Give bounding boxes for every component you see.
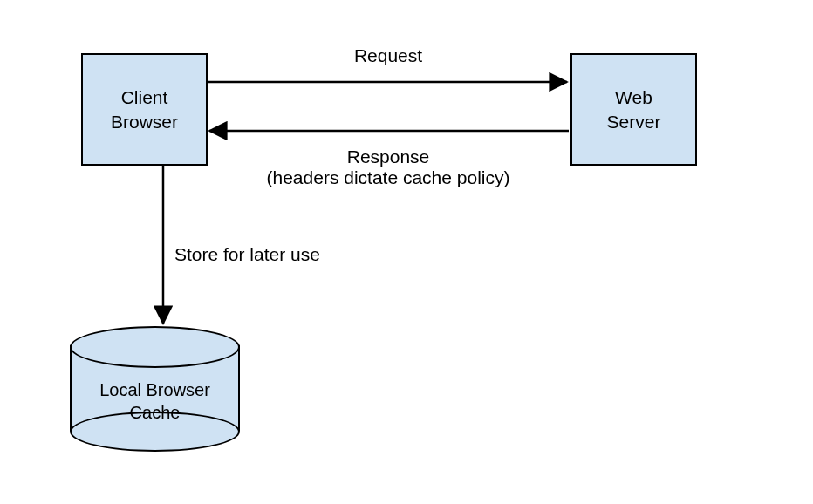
diagram-canvas: Client Browser Web Server Local Browser … [0, 0, 813, 504]
request-label: Request [314, 45, 462, 66]
store-label: Store for later use [174, 244, 358, 265]
response-label: Response (headers dictate cache policy) [244, 146, 532, 188]
response-label-line1: Response [244, 146, 532, 167]
arrows-layer [0, 0, 813, 504]
cache-label: Local Browser Cache [99, 380, 210, 422]
response-label-line2: (headers dictate cache policy) [244, 167, 532, 188]
